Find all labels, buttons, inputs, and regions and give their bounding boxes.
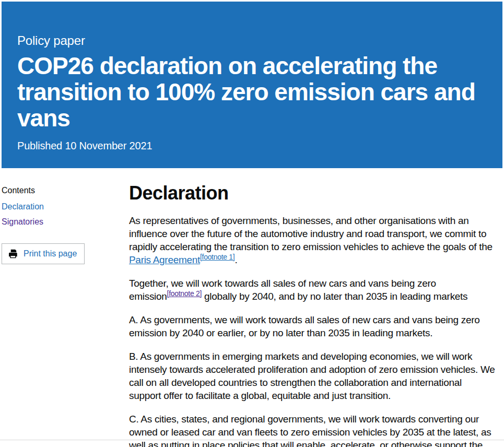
contents-heading: Contents <box>2 185 125 196</box>
footnote-1-link[interactable]: [footnote 1] <box>200 253 235 261</box>
masthead-banner: Policy paper COP26 declaration on accele… <box>2 2 502 168</box>
declaration-body: As representatives of governments, busin… <box>129 214 496 447</box>
footnote-2-link-sup: [footnote 2] <box>167 289 202 298</box>
document-type-kicker: Policy paper <box>17 33 487 49</box>
paris-agreement-link[interactable]: Paris Agreement <box>129 254 200 265</box>
section-heading-declaration: Declaration <box>129 183 496 204</box>
contents-nav: DeclarationSignatories <box>2 202 125 227</box>
footnote-1-link-sup: [footnote 1] <box>200 252 235 261</box>
sidebar-item-declaration[interactable]: Declaration <box>2 202 125 212</box>
published-date: Published 10 November 2021 <box>17 139 487 152</box>
sidebar-item-signatories[interactable]: Signatories <box>2 217 125 227</box>
paragraph: B. As governments in emerging markets an… <box>129 350 496 402</box>
paragraph: A. As governments, we will work towards … <box>129 313 496 339</box>
print-button-label: Print this page <box>24 249 77 259</box>
paragraph: C. As cities, states, and regional gover… <box>129 413 496 447</box>
paragraph: Together, we will work towards all sales… <box>129 277 496 303</box>
print-page-button[interactable]: Print this page <box>2 243 85 264</box>
contents-sidebar: Contents DeclarationSignatories Print th… <box>2 183 125 264</box>
footnote-2-link[interactable]: [footnote 2] <box>167 289 202 298</box>
paragraph: As representatives of governments, busin… <box>129 214 496 266</box>
printer-icon <box>8 249 18 258</box>
main-content: Declaration As representatives of govern… <box>129 183 496 447</box>
viewport-bottom-divider <box>0 440 504 440</box>
page-title: COP26 declaration on accelerating the tr… <box>17 53 487 131</box>
